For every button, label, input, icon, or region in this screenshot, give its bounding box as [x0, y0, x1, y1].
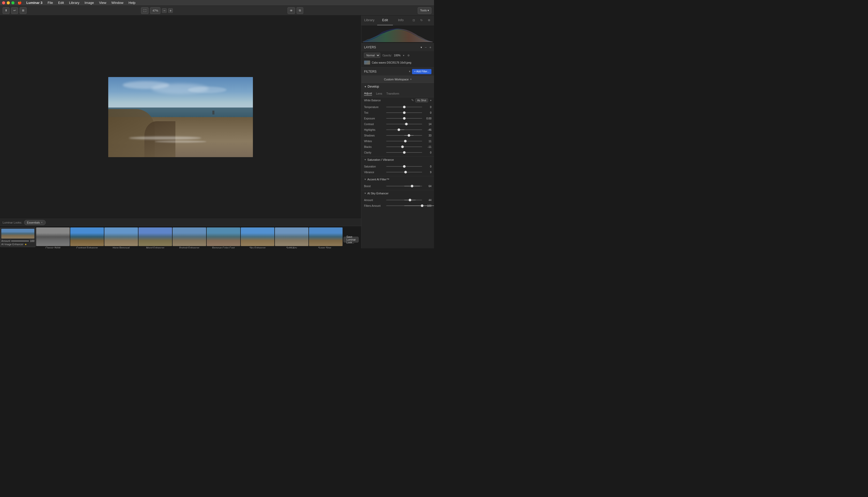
slider-track-6[interactable]	[386, 141, 422, 141]
slider-handle-0[interactable]	[411, 185, 413, 187]
toolbar-upload-btn[interactable]: ⬆	[3, 7, 10, 14]
slider-handle-1[interactable]	[421, 204, 423, 207]
slider-track-1[interactable]	[386, 172, 422, 172]
menu-window[interactable]: Window	[109, 0, 125, 6]
apple-icon[interactable]: 🍎	[17, 1, 22, 5]
zoom-display[interactable]: 47%	[150, 7, 160, 14]
thumb-haze-removal[interactable]: Haze Removal	[104, 227, 138, 247]
minimize-button[interactable]	[7, 1, 10, 4]
thumb-soft-airy[interactable]: Soft&Airy	[275, 227, 308, 247]
slider-track-0[interactable]	[386, 186, 422, 186]
sat-vib-sliders: Saturation0Vibrance9	[361, 162, 434, 176]
upload-icon: ⬆	[5, 9, 7, 12]
menu-app[interactable]: Luminar 3	[24, 0, 44, 6]
panel-icon-gear[interactable]: ⚙	[427, 18, 431, 23]
filters-chevron-icon[interactable]: ▾	[409, 70, 410, 73]
blend-mode-select[interactable]: Normal	[364, 53, 380, 58]
dev-tab-transform[interactable]: Transform	[387, 92, 400, 96]
white-balance-row: White Balance ✎ As Shot ▾	[361, 97, 434, 103]
workspace-selector[interactable]: Custom Workspace ▾	[361, 76, 434, 83]
slider-handle-1[interactable]	[404, 171, 407, 173]
opacity-chevron-icon[interactable]: ▾	[403, 54, 404, 57]
slider-value-2: 0.00	[424, 117, 431, 120]
menu-help[interactable]: Help	[127, 0, 138, 6]
ai-sky-enhancer-header[interactable]: ▼ AI Sky Enhancer	[361, 190, 434, 196]
toolbar-grid-btn[interactable]: ⊞	[20, 7, 27, 14]
wb-chevron-icon[interactable]: ▾	[430, 99, 431, 102]
white-balance-value[interactable]: As Shot	[415, 98, 428, 102]
zoom-in-btn[interactable]: +	[168, 8, 173, 13]
slider-track-3[interactable]	[386, 124, 422, 124]
slider-handle-6[interactable]	[404, 140, 407, 142]
slider-handle-0[interactable]	[403, 106, 406, 108]
ai-image-enhancer-preview	[1, 229, 34, 239]
tools-btn[interactable]: Tools ▾	[418, 7, 431, 14]
layers-minus-btn[interactable]: −	[425, 45, 427, 49]
thumb-super-label: Super Shar...	[318, 246, 333, 248]
dev-tab-adjust[interactable]: Adjust	[364, 92, 372, 96]
menu-edit[interactable]: Edit	[56, 0, 66, 6]
layer-settings-icon[interactable]: ⚙	[407, 54, 410, 57]
menu-file[interactable]: File	[45, 0, 55, 6]
essentials-tab[interactable]: Essentials ✕	[24, 220, 46, 225]
slider-handle-7[interactable]	[401, 145, 404, 148]
layers-header[interactable]: LAYERS ▾ − +	[361, 43, 434, 51]
slider-track-0[interactable]	[386, 200, 422, 200]
toolbar-fit-btn[interactable]: ⛶	[141, 7, 148, 14]
panel-icon-2[interactable]: ↻	[419, 18, 424, 23]
slider-handle-0[interactable]	[403, 165, 406, 168]
maximize-button[interactable]	[11, 1, 14, 4]
thumb-portrait-enhancer[interactable]: Portrait Enhancer	[173, 227, 206, 247]
panel-icon-1[interactable]: ⊡	[411, 18, 416, 23]
saturation-vibrance-header[interactable]: ▼ Saturation / Vibrance	[361, 156, 434, 162]
slider-value-1: 0	[424, 111, 431, 114]
menu-view[interactable]: View	[97, 0, 108, 6]
thumb-mood-enhancer[interactable]: Mood Enhancer	[139, 227, 172, 247]
thumb-sky-enhancer[interactable]: Sky Enhancer	[241, 227, 274, 247]
menu-library[interactable]: Library	[67, 0, 81, 6]
close-button[interactable]	[2, 1, 5, 4]
slider-handle-1[interactable]	[403, 111, 406, 114]
slider-track-8[interactable]	[386, 152, 422, 153]
accent-ai-header[interactable]: ▼ Accent AI Filter™	[361, 176, 434, 182]
tab-edit[interactable]: Edit	[377, 15, 393, 25]
slider-handle-2[interactable]	[403, 117, 406, 120]
toolbar-undo-btn[interactable]: ↩	[11, 7, 18, 14]
essentials-tab-close[interactable]: ✕	[41, 221, 43, 224]
thumb-ai-image-enhancer[interactable]: Amount 100 AI Image Enhancer ★	[0, 227, 35, 247]
add-filter-btn[interactable]: + Add Filter...	[412, 69, 431, 74]
slider-track-5[interactable]	[386, 135, 422, 136]
save-look-label: Save Luminar Look...	[346, 236, 356, 244]
dev-tab-lens[interactable]: Lens	[376, 92, 382, 96]
slider-label-0: Boost	[364, 185, 385, 188]
eyedropper-icon[interactable]: ✎	[411, 98, 414, 102]
slider-track-0[interactable]	[386, 166, 422, 167]
amount-slider[interactable]	[11, 241, 29, 241]
thumb-contrast-enhancer[interactable]: Contrast Enhancer	[70, 227, 104, 247]
slider-track-4[interactable]	[386, 129, 422, 130]
preview-btn[interactable]: 👁	[288, 7, 295, 14]
zoom-out-btn[interactable]: −	[162, 8, 167, 13]
slider-handle-3[interactable]	[405, 123, 408, 125]
thumb-classic-bw[interactable]: Classic B&W	[36, 227, 70, 247]
slider-track-1[interactable]	[386, 205, 422, 206]
slider-track-1[interactable]	[386, 112, 422, 113]
slider-track-7[interactable]	[386, 146, 422, 147]
menu-image[interactable]: Image	[83, 0, 96, 6]
develop-header[interactable]: ▼ Develop	[361, 83, 434, 90]
slider-handle-5[interactable]	[408, 134, 410, 137]
compare-btn[interactable]: ⧉	[296, 7, 303, 14]
layer-item[interactable]: Cabo waves DSC05176 16x9.jpeg	[364, 59, 431, 66]
tab-info[interactable]: Info	[393, 15, 409, 25]
slider-handle-4[interactable]	[397, 128, 400, 131]
fit-icon: ⛶	[143, 9, 146, 12]
save-look-btn[interactable]: Save Luminar Look...	[344, 237, 359, 242]
layers-plus-btn[interactable]: +	[429, 45, 431, 49]
slider-track-0[interactable]	[386, 107, 422, 107]
slider-handle-0[interactable]	[409, 199, 411, 201]
slider-handle-8[interactable]	[403, 151, 406, 154]
tab-library[interactable]: Library	[361, 15, 377, 25]
thumb-super-sharp[interactable]: Super Shar...	[309, 227, 343, 247]
thumb-remove-color-cast[interactable]: Remove Color Cast	[207, 227, 240, 247]
slider-track-2[interactable]	[386, 118, 422, 119]
